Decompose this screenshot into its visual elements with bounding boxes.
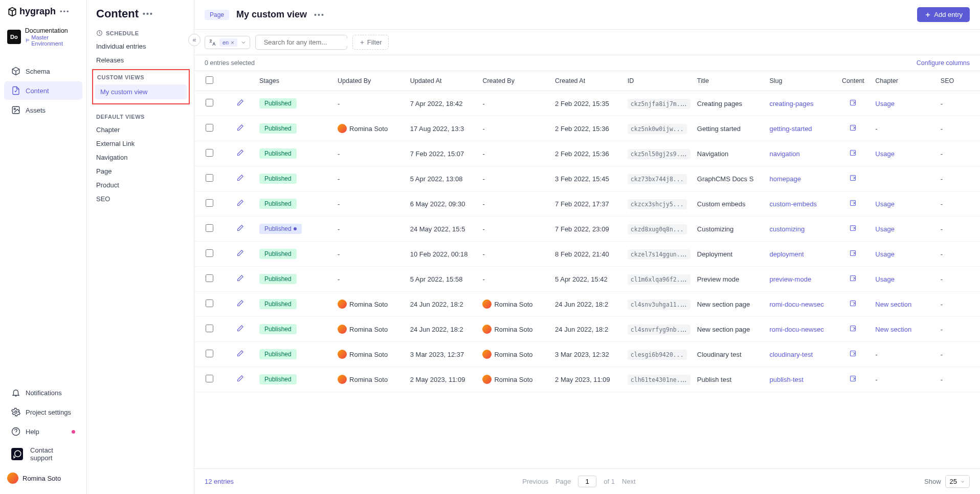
edit-icon[interactable] bbox=[236, 125, 244, 133]
default-view-item[interactable]: Navigation bbox=[87, 151, 194, 164]
sidebar-item-notifications[interactable]: Notifications bbox=[4, 383, 82, 402]
col-title[interactable]: Title bbox=[693, 71, 766, 91]
content-link-icon[interactable] bbox=[849, 176, 857, 183]
slug-link[interactable]: customizing bbox=[769, 225, 805, 233]
row-checkbox[interactable] bbox=[206, 199, 213, 207]
row-checkbox[interactable] bbox=[206, 350, 213, 357]
filter-button[interactable]: Filter bbox=[352, 35, 389, 50]
col-stages[interactable]: Stages bbox=[255, 71, 333, 91]
schedule-individual[interactable]: Individual entries bbox=[87, 39, 194, 53]
table-row[interactable]: PublishedRomina Soto24 Jun 2022, 18:2Rom… bbox=[194, 292, 980, 317]
id-chip[interactable]: ckz5nl50gj2s9... bbox=[628, 149, 691, 159]
id-chip[interactable]: clh61te4301ne... bbox=[628, 375, 691, 385]
table-row[interactable]: PublishedRomina Soto17 Aug 2022, 13:3-2 … bbox=[194, 116, 980, 141]
add-entry-button[interactable]: Add entry bbox=[917, 7, 970, 22]
select-all-checkbox[interactable] bbox=[206, 76, 213, 84]
col-id[interactable]: ID bbox=[623, 71, 693, 91]
default-view-item[interactable]: External Link bbox=[87, 137, 194, 151]
content-panel-menu[interactable]: ••• bbox=[143, 10, 153, 18]
collapse-sidebar-button[interactable]: « bbox=[188, 34, 201, 46]
content-link-icon[interactable] bbox=[849, 276, 857, 284]
edit-icon[interactable] bbox=[236, 201, 244, 208]
edit-icon[interactable] bbox=[236, 226, 244, 233]
sidebar-item-content[interactable]: Content bbox=[4, 81, 82, 100]
brand-menu-icon[interactable]: ••• bbox=[60, 8, 70, 15]
edit-icon[interactable] bbox=[236, 376, 244, 384]
locale-chip[interactable]: en× bbox=[219, 38, 237, 47]
col-seo[interactable]: SEO bbox=[937, 71, 980, 91]
slug-link[interactable]: cloudinary-test bbox=[769, 351, 813, 358]
slug-link[interactable]: publish-test bbox=[769, 376, 803, 383]
table-row[interactable]: PublishedRomina Soto24 Jun 2022, 18:2Rom… bbox=[194, 317, 980, 342]
content-link-icon[interactable] bbox=[849, 351, 857, 359]
id-chip[interactable]: cl1m6xlqa96f2... bbox=[628, 274, 691, 285]
search-input-wrapper[interactable] bbox=[255, 35, 347, 50]
col-createdat[interactable]: Created At bbox=[551, 71, 623, 91]
content-link-icon[interactable] bbox=[849, 226, 857, 233]
slug-link[interactable]: preview-mode bbox=[769, 275, 811, 283]
content-link-icon[interactable] bbox=[849, 201, 857, 208]
edit-icon[interactable] bbox=[236, 301, 244, 309]
slug-link[interactable]: getting-started bbox=[769, 125, 812, 133]
default-view-item[interactable]: Chapter bbox=[87, 123, 194, 137]
row-checkbox[interactable] bbox=[206, 274, 213, 282]
sidebar-item-assets[interactable]: Assets bbox=[4, 101, 82, 119]
id-chip[interactable]: cl4snv3uhga11... bbox=[628, 299, 691, 310]
custom-view-item[interactable]: My custom view bbox=[95, 84, 187, 99]
table-row[interactable]: Published-5 Apr 2022, 13:08-3 Feb 2022, … bbox=[194, 166, 980, 191]
slug-link[interactable]: homepage bbox=[769, 175, 800, 183]
row-checkbox[interactable] bbox=[206, 325, 213, 332]
id-chip[interactable]: ckzel7s14ggun... bbox=[628, 249, 691, 260]
table-row[interactable]: Published-10 Feb 2022, 00:18-8 Feb 2022,… bbox=[194, 242, 980, 267]
content-link-icon[interactable] bbox=[849, 376, 857, 384]
row-checkbox[interactable] bbox=[206, 375, 213, 382]
content-link-icon[interactable] bbox=[849, 251, 857, 259]
row-checkbox[interactable] bbox=[206, 224, 213, 232]
col-chapter[interactable]: Chapter bbox=[871, 71, 937, 91]
per-page-select[interactable]: 25 bbox=[945, 475, 970, 488]
table-row[interactable]: PublishedRomina Soto2 May 2023, 11:09Rom… bbox=[194, 367, 980, 392]
pager-previous[interactable]: Previous bbox=[522, 478, 548, 485]
col-slug[interactable]: Slug bbox=[765, 71, 835, 91]
slug-link[interactable]: creating-pages bbox=[769, 100, 813, 108]
edit-icon[interactable] bbox=[236, 251, 244, 259]
table-row[interactable]: Published-7 Apr 2022, 18:42-2 Feb 2022, … bbox=[194, 91, 980, 116]
content-link-icon[interactable] bbox=[849, 125, 857, 133]
current-user[interactable]: Romina Soto bbox=[0, 467, 86, 489]
slug-link[interactable]: deployment bbox=[769, 250, 804, 258]
page-input[interactable] bbox=[578, 476, 596, 487]
id-chip[interactable]: ckz73bx744j8... bbox=[628, 174, 687, 184]
schedule-releases[interactable]: Releases bbox=[87, 53, 194, 67]
table-row[interactable]: PublishedRomina Soto3 Mar 2023, 12:37Rom… bbox=[194, 342, 980, 367]
row-checkbox[interactable] bbox=[206, 149, 213, 157]
row-checkbox[interactable] bbox=[206, 174, 213, 182]
sidebar-item-help[interactable]: Help bbox=[4, 422, 82, 441]
default-view-item[interactable]: Product bbox=[87, 178, 194, 192]
row-checkbox[interactable] bbox=[206, 99, 213, 106]
slug-link[interactable]: navigation bbox=[769, 150, 799, 158]
col-updatedby[interactable]: Updated By bbox=[333, 71, 406, 91]
slug-link[interactable]: romi-docu-newsec bbox=[769, 326, 823, 333]
id-chip[interactable]: clesgi6b9420... bbox=[628, 350, 687, 360]
content-link-icon[interactable] bbox=[849, 301, 857, 309]
default-view-item[interactable]: Page bbox=[87, 164, 194, 178]
model-pill[interactable]: Page bbox=[205, 10, 229, 20]
pager-next[interactable]: Next bbox=[622, 478, 636, 485]
id-chip[interactable]: ckzcx3shcjy5... bbox=[628, 199, 687, 209]
edit-icon[interactable] bbox=[236, 151, 244, 158]
locale-remove-icon[interactable]: × bbox=[231, 39, 234, 46]
col-updatedat[interactable]: Updated At bbox=[406, 71, 479, 91]
sidebar-item-schema[interactable]: Schema bbox=[4, 62, 82, 80]
edit-icon[interactable] bbox=[236, 276, 244, 284]
sidebar-item-settings[interactable]: Project settings bbox=[4, 403, 82, 421]
slug-link[interactable]: romi-docu-newsec bbox=[769, 300, 823, 308]
content-link-icon[interactable] bbox=[849, 326, 857, 334]
sidebar-item-support[interactable]: Contact support bbox=[4, 442, 82, 466]
row-checkbox[interactable] bbox=[206, 299, 213, 307]
view-menu-icon[interactable]: ••• bbox=[314, 11, 325, 19]
default-view-item[interactable]: SEO bbox=[87, 192, 194, 206]
locale-selector[interactable]: en× bbox=[205, 36, 250, 49]
id-chip[interactable]: cl4snvrfyg9nb... bbox=[628, 325, 691, 335]
content-link-icon[interactable] bbox=[849, 151, 857, 158]
edit-icon[interactable] bbox=[236, 100, 244, 108]
